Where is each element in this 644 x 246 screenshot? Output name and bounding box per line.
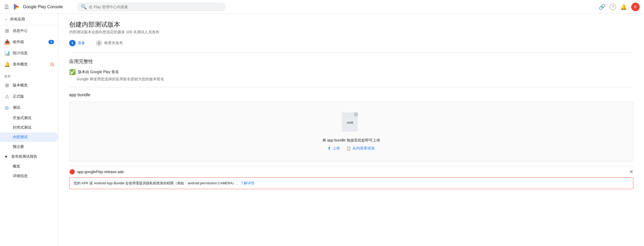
warning-banner: 您的 APK 或 Android App Bundle 会使用需提供隐私权政策的… [69, 177, 633, 189]
sidebar-item-release[interactable]: ⚠ 正式版 [0, 91, 58, 102]
sidebar-sub-item-pre-register[interactable]: 预注册 [0, 142, 58, 152]
search-bar[interactable]: 🔍 [77, 2, 226, 11]
search-icon: 🔍 [81, 4, 87, 10]
sidebar-item-version-overview[interactable]: ⊞ 版本概览 [0, 80, 58, 91]
discard-link[interactable]: 舍弃版本 [618, 14, 633, 14]
library-icon: 📋 [346, 146, 351, 151]
back-label: 所有应用 [10, 17, 25, 22]
link-icon[interactable]: 🔗 [599, 4, 605, 10]
internal-test-label: 内部测试 [13, 135, 28, 140]
header: ☰ Google Play Console 🔍 🔗 ? 🔔 K [0, 0, 644, 14]
notification-icon[interactable]: 🔔 [620, 4, 627, 10]
divider-2 [69, 87, 633, 87]
sidebar-item-test[interactable]: ◎ 测试 [0, 102, 58, 113]
back-to-all-apps[interactable]: ← 所有应用 [0, 14, 58, 25]
sidebar-label-release: 正式版 [13, 94, 24, 99]
pre-launch-label: 发布前测试报告 [11, 154, 37, 159]
step-2-num: 2 [96, 40, 102, 46]
sidebar-item-publish-overview[interactable]: 🔔 发布概览 🚫 [0, 59, 58, 70]
upload-label: 上传 [333, 146, 340, 151]
closed-test-label: 封闭式测试 [13, 125, 31, 130]
drop-label: 将 app bundle 拖放至此处即可上传 [322, 138, 380, 143]
play-logo-icon [12, 3, 21, 11]
main-content: 创建内部测试版本 内部测试版本会面向您选定的最多 100 名测试人员发布 舍弃版… [59, 14, 644, 246]
step-divider [89, 43, 92, 43]
step-1-num: 1 [69, 40, 76, 46]
drop-zone[interactable]: .AAB 将 app bundle 拖放至此处即可上传 ⬆ 上传 📋 从内容库添… [69, 102, 633, 162]
page-subtitle: 内部测试版本会面向您选定的最多 100 名测试人员发布 [69, 30, 159, 35]
sidebar-sub-item-closed-test[interactable]: 封闭式测试 [0, 123, 58, 132]
open-test-label: 开放式测试 [13, 116, 31, 120]
bundle-title: app bundle [69, 93, 633, 97]
sidebar-label-version-overview: 版本概览 [13, 83, 28, 88]
aab-text: .AAB [346, 121, 353, 124]
step-1-label: 准备 [78, 41, 85, 45]
warning-text: 您的 APK 或 Android App Bundle 会使用需提供隐私权政策的… [74, 181, 629, 186]
file-error-icon: 🔴 [69, 169, 75, 175]
search-input[interactable] [89, 5, 221, 9]
sidebar-sub-item-internal-test[interactable]: 内部测试 [0, 132, 58, 142]
integrity-check: ✅ 版本由 Google Play 签名 [69, 69, 633, 75]
sidebar-label-test: 测试 [13, 105, 20, 110]
file-item: 🔴 app-googlePlay-release.aab ✕ [69, 166, 633, 177]
sidebar-item-stats[interactable]: 📊 统计信息 [0, 48, 58, 59]
no-badge-icon: 🚫 [50, 62, 54, 66]
sidebar-item-pre-launch[interactable]: ▼ 发布前测试报告 [0, 152, 58, 162]
aab-file-icon: .AAB [342, 112, 361, 134]
file-close-icon[interactable]: ✕ [629, 169, 633, 175]
release-icon: ⚠ [4, 94, 10, 99]
info-center-icon: ⊞ [4, 28, 10, 34]
sidebar-label-publish-overview: 发布概览 [13, 62, 28, 67]
divider-1 [69, 53, 633, 53]
header-logo: Google Play Console [12, 3, 63, 11]
integrity-check-label: 版本由 Google Play 签名 [78, 70, 119, 74]
sidebar-label-stats: 统计信息 [13, 51, 28, 56]
help-icon[interactable]: ? [610, 4, 616, 10]
file-name: app-googlePlay-release.aab [77, 170, 627, 174]
steps: 1 准备 2 检查并发布 [69, 40, 633, 46]
integrity-check-desc: Google 将使用您选择的应用签名密钥为您的版本签名 [77, 77, 633, 82]
stats-icon: 📊 [4, 50, 10, 56]
check-circle-icon: ✅ [69, 69, 76, 75]
pre-register-label: 预注册 [13, 144, 24, 149]
sidebar-sub-item-details[interactable]: 详细信息 [0, 171, 58, 181]
avatar[interactable]: K [631, 3, 640, 11]
sidebar: ← 所有应用 ⊞ 信息中心 📥 收件箱 4 📊 统计信息 🔔 发布概览 🚫 发布… [0, 14, 59, 246]
publish-overview-icon: 🔔 [4, 61, 10, 67]
app-integrity-title: 应用完整性 [69, 58, 633, 65]
menu-icon[interactable]: ☰ [4, 4, 9, 10]
test-icon: ◎ [4, 105, 10, 111]
drop-actions: ⬆ 上传 📋 从内容库添加 [328, 146, 375, 151]
inbox-icon: 📥 [4, 39, 10, 45]
sidebar-item-inbox[interactable]: 📥 收件箱 4 [0, 36, 58, 48]
library-button[interactable]: 📋 从内容库添加 [346, 146, 375, 151]
step-2-label: 检查并发布 [104, 41, 123, 45]
inbox-badge: 4 [48, 40, 54, 44]
back-arrow-icon: ← [4, 17, 8, 22]
sidebar-label-info-center: 信息中心 [13, 28, 28, 33]
version-overview-icon: ⊞ [4, 82, 10, 88]
aab-shape: .AAB [342, 112, 358, 132]
library-label: 从内容库添加 [352, 146, 375, 151]
warning-link[interactable]: 了解详情 [240, 181, 254, 185]
app-body: ← 所有应用 ⊞ 信息中心 📥 收件箱 4 📊 统计信息 🔔 发布概览 🚫 发布… [0, 14, 644, 246]
upload-icon: ⬆ [328, 146, 331, 151]
sidebar-sub-item-open-test[interactable]: 开放式测试 [0, 113, 58, 123]
details-label: 详细信息 [13, 174, 28, 178]
publish-section-label: 发布 [0, 70, 58, 80]
collapse-arrow-icon: ▼ [4, 155, 8, 159]
header-title: Google Play Console [23, 5, 63, 9]
upload-button[interactable]: ⬆ 上传 [328, 146, 340, 151]
step-2: 2 检查并发布 [96, 40, 123, 46]
sidebar-label-inbox: 收件箱 [13, 40, 24, 44]
sidebar-sub-item-overview[interactable]: 概览 [0, 162, 58, 171]
step-1: 1 准备 [69, 40, 85, 46]
sidebar-item-info-center[interactable]: ⊞ 信息中心 [0, 25, 58, 36]
page-title: 创建内部测试版本 [69, 20, 159, 29]
header-actions: 🔗 ? 🔔 K [599, 3, 640, 11]
overview-label: 概览 [13, 164, 20, 169]
